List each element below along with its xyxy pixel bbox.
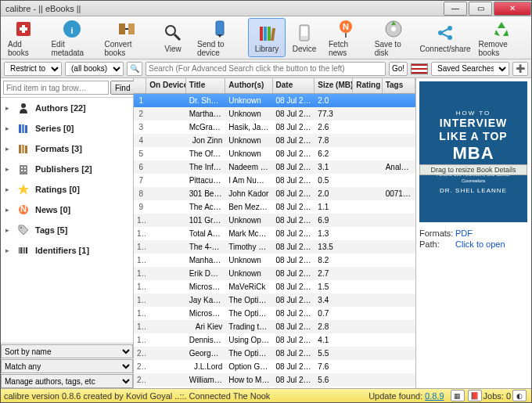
table-row[interactable]: 1Dr. Shel …Unknown08 Jul 20112.0	[134, 94, 415, 107]
saved-searches-select[interactable]: Saved Searches	[431, 62, 509, 76]
sidebar-item-identifiers[interactable]: ▸Identifiers [1]	[1, 240, 133, 261]
table-row[interactable]: 19Dennis …Using Option…08 Jul 20114.1	[134, 333, 415, 347]
table-row[interactable]: 22William …How to Make…08 Jul 20115.6	[134, 373, 415, 387]
restrict-select[interactable]: Restrict to	[4, 62, 62, 76]
resize-hint[interactable]: Drag to resize Book Details	[419, 164, 527, 175]
chevron-right-icon: ▸	[5, 104, 12, 112]
svg-rect-26	[25, 125, 27, 133]
maximize-button[interactable]: ▭	[469, 2, 492, 16]
sidebar-combo-1[interactable]: Match any	[1, 359, 133, 373]
share-icon	[434, 22, 456, 44]
jobs-spinner-icon[interactable]: ◐	[512, 390, 527, 401]
col-header[interactable]: Date	[273, 78, 315, 93]
book-cover[interactable]: HOW TO INTERVIEW LIKE A TOP Drag to resi…	[419, 81, 527, 222]
layout-icon[interactable]: ▦	[451, 390, 465, 401]
book-icon[interactable]: 📕	[468, 390, 482, 401]
svg-rect-5	[119, 23, 125, 34]
col-header[interactable]: Tags	[383, 78, 415, 93]
library-button[interactable]: Library	[248, 18, 286, 57]
fetch-news-button[interactable]: NFetch news	[323, 18, 369, 57]
info-icon: i	[61, 19, 83, 39]
svg-rect-30	[20, 165, 27, 175]
remove-books-button[interactable]: Remove books	[473, 18, 530, 57]
recycle-icon	[491, 19, 512, 39]
table-row[interactable]: 9The Acc…Ben Mezrich08 Jul 20111.1	[134, 200, 415, 214]
update-link[interactable]: 0.8.9	[425, 391, 444, 401]
table-row[interactable]: 10101 Gre…Unknown08 Jul 20116.9	[134, 214, 415, 227]
table-row[interactable]: 20George …The Options …08 Jul 20115.5	[134, 347, 415, 360]
minimize-button[interactable]: —	[444, 2, 467, 16]
chevron-right-icon: ▸	[5, 226, 12, 234]
status-bar: calibre version 0.8.6 created by Kovid G…	[1, 388, 531, 402]
sidebar-item-publishers[interactable]: ▸Publishers [2]	[1, 159, 133, 179]
svg-rect-15	[301, 27, 307, 36]
svg-rect-2	[20, 27, 27, 31]
svg-point-23	[21, 103, 26, 108]
svg-rect-41	[24, 247, 25, 254]
save-to-disk-button[interactable]: Save to disk	[369, 18, 418, 57]
col-header[interactable]: Size (MB)	[315, 78, 353, 93]
sidebar-combo-0[interactable]: Sort by name	[1, 344, 133, 358]
flag-icon[interactable]	[411, 63, 428, 74]
main-toolbar: Add booksiEdit metadataConvert booksView…	[1, 16, 531, 59]
allbooks-select[interactable]: (all books)	[65, 62, 124, 76]
col-header[interactable]: On Device	[146, 78, 185, 93]
close-button[interactable]: ✕	[494, 2, 531, 16]
col-header[interactable]: Author(s)	[225, 78, 272, 93]
svg-text:N: N	[343, 22, 349, 31]
tag-browser-search[interactable]	[3, 81, 109, 95]
svg-point-19	[391, 27, 396, 31]
sidebar-item-formats[interactable]: ▸Formats [3]	[1, 139, 133, 159]
sidebar-item-series[interactable]: ▸Series [0]	[1, 118, 133, 139]
view-button[interactable]: View	[154, 18, 192, 57]
table-row[interactable]: 13Manhat…Unknown08 Jul 20118.2	[134, 254, 415, 267]
sidebar-item-authors[interactable]: ▸Authors [22]	[1, 98, 133, 118]
table-row[interactable]: 5The Offi…Unknown08 Jul 20116.2	[134, 147, 415, 160]
device-button[interactable]: Device	[286, 18, 323, 57]
table-row[interactable]: 12The 4-H…Timothy Ferriss08 Jul 201113.5	[134, 240, 415, 254]
sidebar-item-ratings[interactable]: ▸Ratings [0]	[1, 179, 133, 200]
send-to-device-button[interactable]: Send to device	[192, 18, 248, 57]
col-header[interactable]	[134, 78, 146, 93]
add-books-button[interactable]: Add books	[2, 18, 45, 57]
chevron-right-icon: ▸	[5, 145, 12, 153]
sidebar-item-tags[interactable]: ▸Tags [5]	[1, 220, 133, 240]
svg-rect-6	[128, 23, 135, 34]
table-row[interactable]: 16Jay Kae…The Option T…08 Jul 20113.4	[134, 293, 415, 307]
go-button[interactable]: Go!	[389, 62, 408, 76]
search-input[interactable]	[146, 62, 386, 76]
add-search-button[interactable]: ➕	[512, 62, 528, 76]
device-icon	[293, 22, 315, 44]
table-row[interactable]: 11Total An…Mark McMan…08 Jul 20111.3	[134, 227, 415, 240]
sidebar-item-news[interactable]: ▸NNews [0]	[1, 200, 133, 220]
sidebar-combo-2[interactable]: Manage authors, tags, etc	[1, 374, 133, 388]
table-row[interactable]: 6The Infl…Nadeem Wal…08 Jul 20113.1Analy…	[134, 160, 415, 174]
col-header[interactable]: Rating	[353, 78, 382, 93]
formats-value[interactable]: PDF	[455, 228, 473, 238]
table-row[interactable]: 15Microso…MaVeRiCk08 Jul 20111.5	[134, 280, 415, 293]
books-brown-icon	[16, 142, 31, 156]
news-ball-icon: N	[16, 203, 31, 217]
table-row[interactable]: 7Pittacus…I Am Numbe…08 Jul 20110.5	[134, 174, 415, 187]
window-title: calibre - || eBooks ||	[5, 4, 442, 13]
convert-books-button[interactable]: Convert books	[99, 18, 155, 57]
chevron-right-icon: ▸	[5, 165, 12, 173]
table-row[interactable]: 3McGraw…Hasik, James …08 Jul 20112.6	[134, 121, 415, 134]
connect-share-button[interactable]: Connect/share	[418, 18, 473, 57]
edit-metadata-button[interactable]: iEdit metadata	[45, 18, 99, 57]
svg-rect-28	[22, 145, 24, 153]
col-header[interactable]: Title	[186, 78, 225, 93]
svg-rect-32	[24, 167, 26, 168]
path-value[interactable]: Click to open	[455, 239, 505, 249]
table-row[interactable]: 21J.L.LordOption Greek…08 Jul 20117.6	[134, 360, 415, 373]
find-button[interactable]: Find	[110, 81, 135, 95]
table-row[interactable]: 17Microso…The Options …08 Jul 20110.7	[134, 307, 415, 320]
table-row[interactable]: 2Martha …Unknown08 Jul 201177.3	[134, 107, 415, 121]
svg-rect-31	[21, 167, 23, 168]
titlebar: calibre - || eBooks || — ▭ ✕	[1, 1, 531, 16]
table-row[interactable]: 8301 Best…John Kador08 Jul 20112.0007173…	[134, 187, 415, 200]
adv-search-button[interactable]: 🔍	[127, 62, 142, 76]
table-row[interactable]: 4Jon ZinnUnknown08 Jul 20117.8	[134, 134, 415, 147]
table-row[interactable]: 14Erik Dec…Unknown08 Jul 20112.7	[134, 267, 415, 280]
table-row[interactable]: 18Ari KievTrading to Wi…08 Jul 20112.8	[134, 320, 415, 333]
